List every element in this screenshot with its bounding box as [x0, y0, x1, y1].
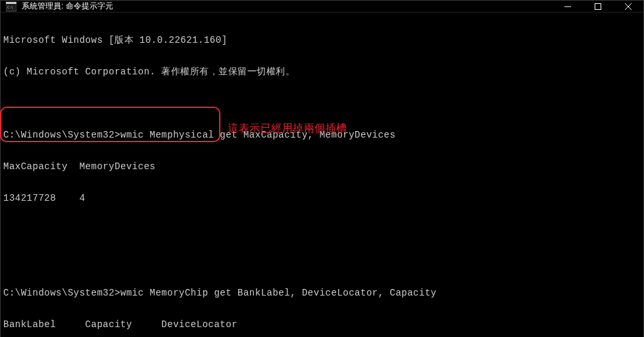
svg-rect-4: [595, 3, 601, 9]
cmd-icon: C:\: [6, 1, 16, 12]
terminal-line: (c) Microsoft Corporation. 著作權所有，並保留一切權利…: [3, 66, 641, 77]
window-controls: [553, 1, 643, 12]
command-prompt-window: C:\ 系統管理員: 命令提示字元 Microsoft Windows [版本 …: [0, 0, 644, 337]
terminal-output[interactable]: Microsoft Windows [版本 10.0.22621.160] (c…: [1, 13, 643, 337]
titlebar[interactable]: C:\ 系統管理員: 命令提示字元: [1, 1, 643, 13]
minimize-button[interactable]: [553, 1, 583, 12]
terminal-line: C:\Windows\System32>wmic MemoryChip get …: [3, 288, 641, 298]
maximize-button[interactable]: [583, 1, 613, 12]
terminal-line: [3, 98, 641, 109]
terminal-line: Microsoft Windows [版本 10.0.22621.160]: [3, 35, 641, 45]
terminal-line: [3, 256, 641, 267]
terminal-line: BankLabel Capacity DeviceLocator: [3, 319, 641, 330]
svg-text:C:\: C:\: [7, 5, 13, 9]
svg-rect-1: [6, 2, 16, 4]
annotation-text: 這表示已經用掉兩個插槽: [228, 123, 347, 134]
terminal-line: [3, 224, 641, 235]
terminal-line: 134217728 4: [3, 193, 641, 203]
terminal-line: MaxCapacity MemoryDevices: [3, 161, 641, 172]
window-title: 系統管理員: 命令提示字元: [22, 1, 553, 12]
close-button[interactable]: [613, 1, 643, 12]
